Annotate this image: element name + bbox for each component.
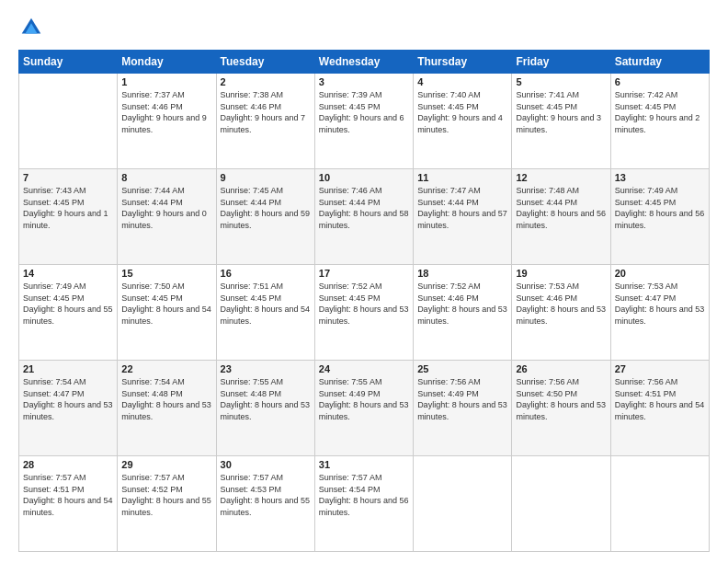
calendar-cell: 25Sunrise: 7:56 AMSunset: 4:49 PMDayligh…	[414, 361, 512, 456]
day-number: 7	[23, 172, 113, 183]
day-info: Sunrise: 7:44 AMSunset: 4:44 PMDaylight:…	[121, 185, 211, 231]
day-info: Sunrise: 7:43 AMSunset: 4:45 PMDaylight:…	[23, 185, 113, 231]
calendar-cell: 21Sunrise: 7:54 AMSunset: 4:47 PMDayligh…	[19, 361, 118, 456]
day-info: Sunrise: 7:46 AMSunset: 4:44 PMDaylight:…	[319, 185, 409, 231]
logo-icon	[18, 15, 44, 40]
calendar-cell: 19Sunrise: 7:53 AMSunset: 4:46 PMDayligh…	[512, 265, 610, 361]
day-number: 18	[417, 268, 507, 279]
day-number: 1	[121, 76, 211, 87]
calendar-cell: 23Sunrise: 7:55 AMSunset: 4:48 PMDayligh…	[216, 361, 314, 456]
day-number: 22	[121, 363, 211, 374]
day-info: Sunrise: 7:57 AMSunset: 4:53 PMDaylight:…	[221, 472, 311, 518]
day-number: 9	[221, 172, 311, 183]
weekday-header-tuesday: Tuesday	[216, 51, 314, 74]
weekday-header-thursday: Thursday	[414, 51, 512, 74]
day-info: Sunrise: 7:53 AMSunset: 4:47 PMDaylight:…	[615, 281, 705, 327]
day-info: Sunrise: 7:48 AMSunset: 4:44 PMDaylight:…	[516, 185, 606, 231]
day-info: Sunrise: 7:39 AMSunset: 4:45 PMDaylight:…	[319, 89, 409, 135]
day-number: 17	[319, 268, 409, 279]
day-number: 24	[319, 363, 409, 374]
day-info: Sunrise: 7:40 AMSunset: 4:45 PMDaylight:…	[417, 89, 507, 135]
day-number: 30	[221, 459, 311, 470]
weekday-header-saturday: Saturday	[610, 51, 709, 74]
weekday-header-wednesday: Wednesday	[314, 51, 413, 74]
day-info: Sunrise: 7:52 AMSunset: 4:45 PMDaylight:…	[319, 281, 409, 327]
day-number: 27	[615, 363, 705, 374]
day-info: Sunrise: 7:54 AMSunset: 4:47 PMDaylight:…	[23, 376, 113, 422]
calendar-cell: 30Sunrise: 7:57 AMSunset: 4:53 PMDayligh…	[216, 456, 314, 552]
day-number: 13	[615, 172, 705, 183]
day-info: Sunrise: 7:56 AMSunset: 4:50 PMDaylight:…	[516, 376, 606, 422]
day-info: Sunrise: 7:57 AMSunset: 4:51 PMDaylight:…	[23, 472, 113, 518]
day-info: Sunrise: 7:56 AMSunset: 4:51 PMDaylight:…	[615, 376, 705, 422]
day-info: Sunrise: 7:57 AMSunset: 4:54 PMDaylight:…	[319, 472, 409, 518]
day-info: Sunrise: 7:55 AMSunset: 4:49 PMDaylight:…	[319, 376, 409, 422]
day-info: Sunrise: 7:45 AMSunset: 4:44 PMDaylight:…	[221, 185, 311, 231]
day-number: 14	[23, 268, 113, 279]
day-info: Sunrise: 7:56 AMSunset: 4:49 PMDaylight:…	[417, 376, 507, 422]
page: SundayMondayTuesdayWednesdayThursdayFrid…	[0, 0, 728, 563]
calendar-cell: 5Sunrise: 7:41 AMSunset: 4:45 PMDaylight…	[512, 74, 610, 169]
calendar-cell: 9Sunrise: 7:45 AMSunset: 4:44 PMDaylight…	[216, 169, 314, 265]
calendar-cell: 22Sunrise: 7:54 AMSunset: 4:48 PMDayligh…	[118, 361, 216, 456]
day-number: 2	[221, 76, 311, 87]
calendar-cell: 17Sunrise: 7:52 AMSunset: 4:45 PMDayligh…	[314, 265, 413, 361]
calendar-cell: 10Sunrise: 7:46 AMSunset: 4:44 PMDayligh…	[314, 169, 413, 265]
calendar-cell: 4Sunrise: 7:40 AMSunset: 4:45 PMDaylight…	[414, 74, 512, 169]
calendar-cell: 28Sunrise: 7:57 AMSunset: 4:51 PMDayligh…	[19, 456, 118, 552]
calendar-cell: 18Sunrise: 7:52 AMSunset: 4:46 PMDayligh…	[414, 265, 512, 361]
day-number: 16	[221, 268, 311, 279]
day-number: 10	[319, 172, 409, 183]
week-row-2: 14Sunrise: 7:49 AMSunset: 4:45 PMDayligh…	[19, 265, 710, 361]
calendar-cell: 2Sunrise: 7:38 AMSunset: 4:46 PMDaylight…	[216, 74, 314, 169]
calendar-cell	[610, 456, 709, 552]
calendar-cell: 6Sunrise: 7:42 AMSunset: 4:45 PMDaylight…	[610, 74, 709, 169]
calendar-cell: 15Sunrise: 7:50 AMSunset: 4:45 PMDayligh…	[118, 265, 216, 361]
day-number: 4	[417, 76, 507, 87]
day-number: 12	[516, 172, 606, 183]
day-info: Sunrise: 7:52 AMSunset: 4:46 PMDaylight:…	[417, 281, 507, 327]
week-row-1: 7Sunrise: 7:43 AMSunset: 4:45 PMDaylight…	[19, 169, 710, 265]
day-info: Sunrise: 7:49 AMSunset: 4:45 PMDaylight:…	[23, 281, 113, 327]
day-number: 15	[121, 268, 211, 279]
calendar-cell: 16Sunrise: 7:51 AMSunset: 4:45 PMDayligh…	[216, 265, 314, 361]
day-info: Sunrise: 7:55 AMSunset: 4:48 PMDaylight:…	[221, 376, 311, 422]
calendar-cell: 24Sunrise: 7:55 AMSunset: 4:49 PMDayligh…	[314, 361, 413, 456]
header	[18, 15, 710, 40]
day-number: 21	[23, 363, 113, 374]
calendar-cell: 26Sunrise: 7:56 AMSunset: 4:50 PMDayligh…	[512, 361, 610, 456]
logo	[18, 15, 48, 40]
calendar-cell: 14Sunrise: 7:49 AMSunset: 4:45 PMDayligh…	[19, 265, 118, 361]
calendar-table: SundayMondayTuesdayWednesdayThursdayFrid…	[18, 50, 710, 552]
day-info: Sunrise: 7:37 AMSunset: 4:46 PMDaylight:…	[121, 89, 211, 135]
day-info: Sunrise: 7:54 AMSunset: 4:48 PMDaylight:…	[121, 376, 211, 422]
day-number: 5	[516, 76, 606, 87]
day-info: Sunrise: 7:49 AMSunset: 4:45 PMDaylight:…	[615, 185, 705, 231]
day-number: 11	[417, 172, 507, 183]
day-info: Sunrise: 7:50 AMSunset: 4:45 PMDaylight:…	[121, 281, 211, 327]
calendar-cell	[414, 456, 512, 552]
day-number: 25	[417, 363, 507, 374]
day-info: Sunrise: 7:51 AMSunset: 4:45 PMDaylight:…	[221, 281, 311, 327]
day-number: 23	[221, 363, 311, 374]
calendar-cell: 27Sunrise: 7:56 AMSunset: 4:51 PMDayligh…	[610, 361, 709, 456]
calendar-cell: 20Sunrise: 7:53 AMSunset: 4:47 PMDayligh…	[610, 265, 709, 361]
week-row-3: 21Sunrise: 7:54 AMSunset: 4:47 PMDayligh…	[19, 361, 710, 456]
day-number: 28	[23, 459, 113, 470]
day-number: 26	[516, 363, 606, 374]
day-number: 19	[516, 268, 606, 279]
calendar-cell	[19, 74, 118, 169]
day-info: Sunrise: 7:41 AMSunset: 4:45 PMDaylight:…	[516, 89, 606, 135]
day-number: 29	[121, 459, 211, 470]
calendar-cell: 8Sunrise: 7:44 AMSunset: 4:44 PMDaylight…	[118, 169, 216, 265]
weekday-header-row: SundayMondayTuesdayWednesdayThursdayFrid…	[19, 51, 710, 74]
day-number: 31	[319, 459, 409, 470]
calendar-cell: 3Sunrise: 7:39 AMSunset: 4:45 PMDaylight…	[314, 74, 413, 169]
calendar-cell: 31Sunrise: 7:57 AMSunset: 4:54 PMDayligh…	[314, 456, 413, 552]
calendar-cell: 12Sunrise: 7:48 AMSunset: 4:44 PMDayligh…	[512, 169, 610, 265]
day-number: 6	[615, 76, 705, 87]
weekday-header-monday: Monday	[118, 51, 216, 74]
day-number: 3	[319, 76, 409, 87]
calendar-cell: 1Sunrise: 7:37 AMSunset: 4:46 PMDaylight…	[118, 74, 216, 169]
weekday-header-friday: Friday	[512, 51, 610, 74]
